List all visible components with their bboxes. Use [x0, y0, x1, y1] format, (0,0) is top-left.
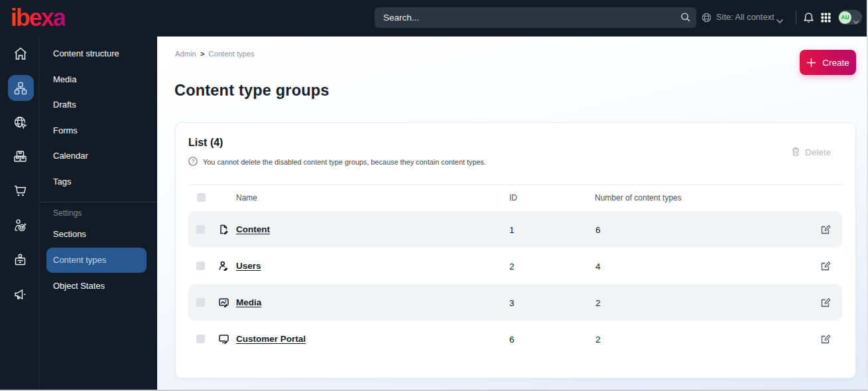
svg-text:?: ?: [192, 158, 195, 165]
